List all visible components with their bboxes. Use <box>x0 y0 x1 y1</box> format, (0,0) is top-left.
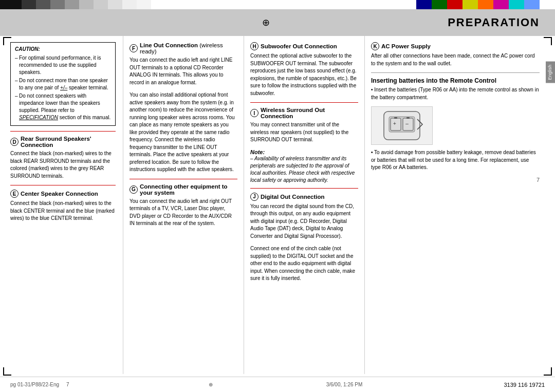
caution-box: CAUTION: For optimal sound performance, … <box>10 42 116 126</box>
section-j-label: J Digital Out Connection <box>250 193 325 201</box>
section-j-circle: J <box>250 193 258 201</box>
bottom-date: 3/6/00, 1:26 PM <box>278 382 411 387</box>
section-j-title: Digital Out Connection <box>261 194 325 200</box>
section-h-body: Connect the optional active subwoofer to… <box>250 52 358 97</box>
caution-title: CAUTION: <box>15 46 111 53</box>
section-g-label: G Connecting other equipment to your sys… <box>130 183 237 196</box>
section-h-label: H Subwoofer Out Connection <box>250 42 337 50</box>
column-left: CAUTION: For optimal sound performance, … <box>0 36 123 374</box>
section-g-title: Connecting other equipment to your syste… <box>140 183 237 196</box>
batteries-body2: • To avoid damage from possible battery … <box>371 149 540 172</box>
bar-red <box>447 0 462 9</box>
bottom-right: 3139 116 19721 <box>411 382 545 388</box>
page-number-right: 7 <box>371 177 540 183</box>
right-color-bars <box>416 0 555 9</box>
svg-rect-3 <box>394 117 397 119</box>
section-i-note-text: – Availability of wireless transmitter a… <box>250 155 358 184</box>
column-mid-left: F Line Out Connection (wireless ready) Y… <box>123 36 244 374</box>
bar-orange <box>478 0 493 9</box>
batteries-title: Inserting batteries into the Remote Cont… <box>371 77 496 84</box>
header-crosshair: ⊕ <box>270 18 285 27</box>
bar-gray5 <box>94 0 108 9</box>
section-e-body: Connect the black (non-marked) wires to … <box>10 200 116 222</box>
section-i-circle: I <box>250 109 258 117</box>
bar-gray6 <box>108 0 122 9</box>
battery-image: + – <box>371 106 433 145</box>
top-color-bar <box>0 0 555 9</box>
batteries-label: Inserting batteries into the Remote Cont… <box>371 77 496 84</box>
section-k-label: K AC Power Supply <box>371 42 431 50</box>
divider-red-3 <box>130 179 237 179</box>
bar-yellow <box>462 0 478 9</box>
svg-text:+: + <box>393 121 396 126</box>
section-d-label: D Rear Surround Speakers' Connection <box>10 136 116 148</box>
section-d-title: Rear Surround Speakers' Connection <box>21 136 116 148</box>
main-content: CAUTION: For optimal sound performance, … <box>0 36 555 374</box>
header-bar: ⊕ PREPARATION <box>0 9 555 36</box>
caution-item-3: Do not connect speakers with impedance l… <box>15 92 111 121</box>
section-g-circle: G <box>130 185 138 194</box>
bar-gray7 <box>122 0 137 9</box>
column-right: K AC Power Supply After all other connec… <box>365 36 555 374</box>
section-h-circle: H <box>250 42 258 50</box>
note-label: Note: <box>250 149 265 155</box>
section-e-label: E Center Speaker Connection <box>10 190 98 198</box>
bar-dark <box>22 0 36 9</box>
bar-gray2 <box>50 0 65 9</box>
section-f-circle: F <box>130 44 138 52</box>
divider-k <box>371 72 540 73</box>
bar-gray8 <box>137 0 151 9</box>
section-k-title: AC Power Supply <box>381 43 431 49</box>
bottom-bar: pg 01-31/P88/22-Eng 7 ⊕ 3/6/00, 1:26 PM … <box>0 377 555 392</box>
bar-white <box>540 0 555 9</box>
svg-rect-5 <box>406 117 410 119</box>
bar-black <box>0 0 22 9</box>
bar-lightblue <box>524 0 540 9</box>
section-j-body1: You can record the digital sound from th… <box>250 203 358 240</box>
bottom-left: pg 01-31/P88/22-Eng 7 <box>10 382 144 387</box>
battery-svg: + – <box>374 109 430 142</box>
bottom-target-symbol: ⊕ <box>209 382 213 387</box>
bottom-center-page: 7 <box>66 382 69 387</box>
bottom-left-text: pg 01-31/P88/22-Eng <box>10 382 59 387</box>
section-i-note: Note: – Availability of wireless transmi… <box>250 149 358 184</box>
bar-cyan <box>509 0 524 9</box>
section-d-circle: D <box>10 138 18 146</box>
bar-magenta <box>493 0 509 9</box>
section-k-circle: K <box>371 42 379 50</box>
section-f-body2: You can also install additional optional… <box>130 91 237 174</box>
section-h-title: Subwoofer Out Connection <box>261 43 337 49</box>
divider-red-2 <box>10 185 116 185</box>
bottom-center: ⊕ <box>144 382 278 387</box>
bar-green <box>432 0 447 9</box>
section-d-body: Connect the black (non-marked) wires to … <box>10 150 116 180</box>
divider-red-1 <box>10 131 116 132</box>
left-color-bars <box>0 0 175 9</box>
bar-gray1 <box>36 0 50 9</box>
divider-red-5 <box>250 188 358 189</box>
section-f-title: Line Out Connection (wireless ready) <box>140 42 237 54</box>
section-i-body: You may connect transmitter unit of the … <box>250 121 358 144</box>
bottom-part-number: 3139 116 19721 <box>504 382 545 388</box>
caution-item-1: For optimal sound performance, it is rec… <box>15 54 111 76</box>
section-k-body: After all other connections have been ma… <box>371 52 540 67</box>
column-mid-right: H Subwoofer Out Connection Connect the o… <box>244 36 365 374</box>
page-title: PREPARATION <box>448 16 540 29</box>
divider-red-4 <box>250 102 358 103</box>
caution-list: For optimal sound performance, it is rec… <box>15 54 111 121</box>
bar-blue <box>416 0 432 9</box>
batteries-body1: • Insert the batteries (Type R06 or AA) … <box>371 86 540 101</box>
bar-gray4 <box>79 0 94 9</box>
section-g-body: You can connect the audio left and right… <box>130 198 237 228</box>
bar-gray3 <box>65 0 79 9</box>
svg-text:–: – <box>405 121 409 126</box>
section-i-title: Wireless Surround Out Connection <box>261 107 358 119</box>
section-f-label: F Line Out Connection (wireless ready) <box>130 42 237 54</box>
section-e-circle: E <box>10 190 18 198</box>
section-f-body1: You can connect the audio left and right… <box>130 57 237 86</box>
section-e-title: Center Speaker Connection <box>21 191 98 197</box>
caution-item-2: Do not connect more than one speaker to … <box>15 77 111 91</box>
section-j-body2: Connect one end of the cinch cable (not … <box>250 245 358 283</box>
section-i-label: I Wireless Surround Out Connection <box>250 107 358 119</box>
